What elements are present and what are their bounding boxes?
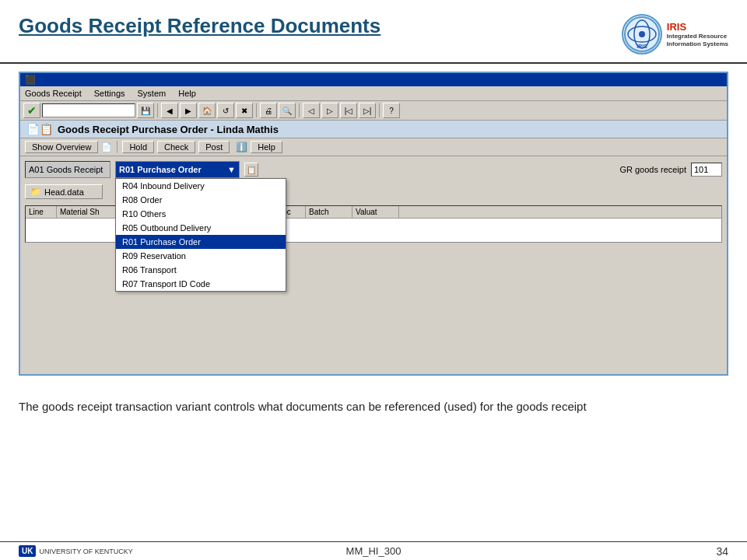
description-text: The goods receipt transaction variant co… <box>19 397 728 416</box>
movement-type-field[interactable]: A01 Goods Receipt <box>25 161 110 178</box>
toolbar-stop-btn[interactable]: ✖ <box>236 103 253 118</box>
sap-content: A01 Goods Receipt R01 Purchase Order ▼ 📋… <box>20 156 727 374</box>
col-line: Line <box>26 206 57 218</box>
iris-logo: IRIS IRIS Integrated ResourceInformation… <box>622 14 728 54</box>
toolbar-sep-4 <box>379 103 380 117</box>
uk-logo: UK UNIVERSITY OF KENTUCKY <box>19 545 133 557</box>
menu-settings[interactable]: Settings <box>93 88 127 99</box>
check-btn[interactable]: Check <box>157 141 195 153</box>
iris-logo-circle: IRIS <box>622 14 662 54</box>
dropdown-icon: ▼ <box>227 165 236 174</box>
info-icon: ℹ️ <box>236 142 247 152</box>
sap-titlebar: ⬛ <box>20 73 727 86</box>
toolbar-first-btn[interactable]: |◁ <box>340 103 357 118</box>
dropdown-item-R06[interactable]: R06 Transport <box>116 263 286 277</box>
sap-toolbar: ✔ 💾 ◀ ▶ 🏠 ↺ ✖ 🖨 🔍 ◁ ▷ |◁ ▷| ? <box>20 101 727 121</box>
doc-btn-1[interactable]: 📋 <box>244 163 258 177</box>
head-data-label: Head.data <box>44 187 84 197</box>
show-overview-btn[interactable]: Show Overview <box>25 141 98 153</box>
toolbar-command-input[interactable] <box>42 103 135 117</box>
toolbar-next-btn[interactable]: ▷ <box>321 103 338 118</box>
dropdown-selected-value: R01 Purchase Order <box>119 165 202 174</box>
toolbar-sep-2 <box>256 103 257 117</box>
hold-btn[interactable]: Hold <box>122 141 154 153</box>
head-data-btn[interactable]: 📁 Head.data <box>25 184 103 199</box>
sap-window: ⬛ Goods Receipt Settings System Help ✔ 💾… <box>19 72 728 376</box>
transaction-titlebar: 📄📋 Goods Receipt Purchase Order - Linda … <box>20 121 727 138</box>
gr-value-input[interactable] <box>691 163 722 177</box>
toolbar-refresh-btn[interactable]: ↺ <box>217 103 234 118</box>
uk-abbr: UK <box>19 545 36 557</box>
slide-number: 34 <box>716 545 728 558</box>
toolbar-sep-3 <box>299 103 300 117</box>
help-btn[interactable]: Help <box>251 141 282 153</box>
doc-icon: 📄 <box>101 142 112 152</box>
toolbar-sep-1 <box>157 103 158 117</box>
gr-label: GR goods receipt <box>619 165 686 174</box>
toolbar-help-btn[interactable]: ? <box>383 103 400 118</box>
menu-system[interactable]: System <box>136 88 168 99</box>
dropdown-item-R05[interactable]: R05 Outbound Delivery <box>116 221 286 235</box>
right-fields: GR goods receipt <box>619 163 722 177</box>
sap-menu-bar: Goods Receipt Settings System Help <box>20 86 727 101</box>
dropdown-item-R08[interactable]: R08 Order <box>116 193 286 207</box>
dropdown-menu[interactable]: R04 Inbound Delivery R08 Order R10 Other… <box>115 178 286 292</box>
action-sep <box>117 141 117 153</box>
transaction-icons: 📄📋 <box>26 123 53 135</box>
dropdown-item-R01[interactable]: R01 Purchase Order <box>116 235 286 249</box>
toolbar-fwd-btn[interactable]: ▶ <box>180 103 197 118</box>
uk-name: UNIVERSITY OF KENTUCKY <box>39 548 132 555</box>
window-icon: ⬛ <box>25 75 36 85</box>
svg-point-3 <box>639 31 645 37</box>
menu-goods-receipt[interactable]: Goods Receipt <box>23 88 83 99</box>
toolbar-find-btn[interactable]: 🔍 <box>279 103 296 118</box>
page-title: Goods Receipt Reference Documents <box>19 14 381 38</box>
toolbar-back-btn[interactable]: ◀ <box>161 103 178 118</box>
action-toolbar: Show Overview 📄 Hold Check Post ℹ️ Help <box>20 138 727 156</box>
reference-doc-dropdown[interactable]: R01 Purchase Order ▼ <box>115 161 240 178</box>
toolbar-print-btn[interactable]: 🖨 <box>260 103 277 118</box>
toolbar-save-btn[interactable]: 💾 <box>137 103 154 118</box>
col-valuat: Valuat <box>352 206 399 218</box>
iris-logo-label: IRIS Integrated ResourceInformation Syst… <box>667 21 728 48</box>
toolbar-last-btn[interactable]: ▷| <box>359 103 376 118</box>
svg-text:IRIS: IRIS <box>637 44 647 49</box>
toolbar-check-btn[interactable]: ✔ <box>23 103 40 118</box>
transaction-row: A01 Goods Receipt R01 Purchase Order ▼ 📋… <box>25 161 722 178</box>
dropdown-item-R04[interactable]: R04 Inbound Delivery <box>116 179 286 193</box>
dropdown-item-R07[interactable]: R07 Transport ID Code <box>116 277 286 291</box>
dropdown-item-R10[interactable]: R10 Others <box>116 207 286 221</box>
page-footer: UK UNIVERSITY OF KENTUCKY MM_HI_300 34 <box>0 541 747 560</box>
col-batch: Batch <box>306 206 352 218</box>
post-btn[interactable]: Post <box>198 141 230 153</box>
dropdown-item-R09[interactable]: R09 Reservation <box>116 249 286 263</box>
description-area: The goods receipt transaction variant co… <box>0 382 747 424</box>
transaction-title: Goods Receipt Purchase Order - Linda Mat… <box>58 124 279 135</box>
page-header: Goods Receipt Reference Documents IRIS I… <box>0 0 747 64</box>
folder-icon: 📁 <box>30 187 41 197</box>
toolbar-home-btn[interactable]: 🏠 <box>198 103 216 118</box>
menu-help[interactable]: Help <box>177 88 198 99</box>
toolbar-prev-btn[interactable]: ◁ <box>303 103 320 118</box>
footer-text: MM_HI_300 <box>346 545 402 557</box>
